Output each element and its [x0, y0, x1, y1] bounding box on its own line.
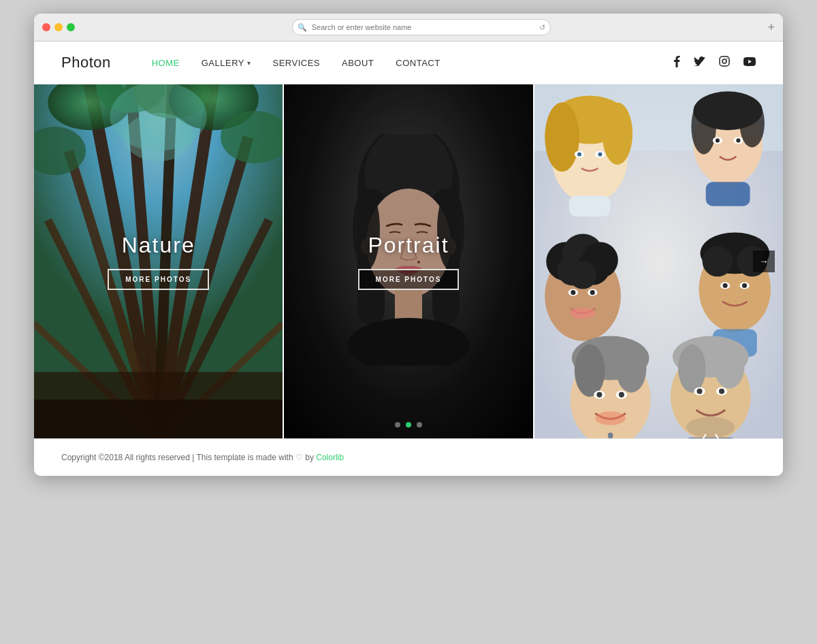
people-next-button[interactable]: →	[753, 251, 775, 272]
refresh-icon[interactable]: ↺	[539, 23, 545, 32]
portrait-more-photos-button[interactable]: MORE PHOTOS	[358, 269, 460, 290]
new-tab-button[interactable]: +	[767, 21, 775, 33]
svg-point-40	[545, 103, 579, 172]
svg-point-75	[742, 283, 747, 288]
svg-point-67	[570, 308, 595, 319]
svg-point-91	[686, 417, 735, 437]
svg-point-94	[696, 389, 702, 394]
svg-point-80	[615, 344, 646, 393]
search-icon: 🔍	[298, 23, 307, 32]
svg-point-45	[598, 152, 602, 157]
site-footer: Copyright ©2018 All rights reserved | Th…	[34, 438, 783, 476]
nature-more-photos-button[interactable]: MORE PHOTOS	[108, 269, 209, 290]
svg-point-84	[618, 392, 624, 398]
minimize-button[interactable]	[54, 23, 63, 31]
arrow-right-icon: →	[759, 256, 769, 267]
svg-rect-0	[720, 57, 729, 66]
chevron-down-icon: ▾	[247, 59, 251, 67]
site-header: Photon HOME GALLERY ▾ SERVICES ABOUT CON…	[34, 42, 783, 84]
browser-chrome: 🔍 ↺ +	[34, 14, 783, 42]
browser-traffic-lights	[42, 23, 75, 31]
instagram-icon[interactable]	[719, 56, 730, 69]
portrait-overlay: Portrait MORE PHOTOS	[284, 84, 532, 438]
svg-point-41	[602, 103, 632, 165]
twitter-icon[interactable]	[694, 57, 705, 69]
carousel-dots	[284, 422, 532, 428]
svg-point-50	[739, 99, 765, 148]
gallery-panel-portrait[interactable]: Portrait MORE PHOTOS	[283, 84, 532, 438]
svg-point-79	[575, 344, 605, 397]
svg-point-62	[568, 261, 596, 289]
youtube-icon[interactable]	[743, 57, 756, 69]
nav-contact[interactable]: CONTACT	[396, 58, 440, 68]
footer-copyright-text: Copyright ©2018 All rights reserved | Th…	[61, 453, 293, 462]
site-nav: HOME GALLERY ▾ SERVICES ABOUT CONTACT	[152, 58, 674, 68]
svg-point-83	[596, 392, 602, 398]
browser-window: 🔍 ↺ + Photon HOME GALLERY ▾ SERVICES ABO…	[34, 14, 783, 476]
svg-point-74	[722, 283, 727, 288]
svg-point-95	[719, 389, 724, 394]
nav-about[interactable]: ABOUT	[342, 58, 374, 68]
site-logo: Photon	[61, 54, 111, 71]
address-input[interactable]	[292, 19, 551, 35]
portrait-title: Portrait	[368, 233, 449, 258]
maximize-button[interactable]	[67, 23, 75, 31]
svg-point-54	[736, 138, 740, 142]
nature-overlay: Nature MORE PHOTOS	[34, 84, 283, 438]
social-icons	[674, 56, 756, 70]
svg-rect-46	[568, 196, 610, 216]
nav-gallery[interactable]: GALLERY ▾	[202, 58, 251, 68]
colorlib-link[interactable]: Colorlib	[316, 453, 344, 462]
svg-point-65	[571, 290, 575, 295]
svg-point-66	[590, 290, 594, 295]
svg-point-44	[577, 152, 581, 157]
svg-point-2	[726, 58, 728, 59]
svg-point-85	[595, 411, 626, 425]
svg-rect-96	[685, 438, 736, 438]
svg-point-70	[702, 246, 733, 277]
carousel-dot-1[interactable]	[395, 422, 400, 428]
svg-point-90	[714, 344, 745, 389]
facebook-icon[interactable]	[674, 56, 680, 70]
heart-icon: ♡	[295, 453, 303, 462]
nav-services[interactable]: SERVICES	[272, 58, 320, 68]
svg-point-49	[691, 99, 716, 155]
gallery-panel-people[interactable]: →	[533, 84, 783, 438]
close-button[interactable]	[42, 23, 50, 31]
site-wrapper: Photon HOME GALLERY ▾ SERVICES ABOUT CON…	[34, 42, 783, 476]
svg-point-1	[722, 59, 726, 63]
gallery-grid: Nature MORE PHOTOS	[34, 84, 783, 438]
svg-rect-55	[705, 182, 750, 206]
footer-by-text: by	[305, 453, 314, 462]
nav-home[interactable]: HOME	[152, 58, 180, 68]
svg-point-89	[678, 344, 706, 393]
carousel-dot-2[interactable]	[406, 422, 411, 428]
address-bar: 🔍 ↺	[82, 19, 760, 35]
carousel-dot-3[interactable]	[417, 422, 422, 428]
people-background	[534, 84, 783, 438]
nature-title: Nature	[122, 233, 195, 258]
svg-point-53	[716, 138, 720, 142]
gallery-panel-nature[interactable]: Nature MORE PHOTOS	[34, 84, 283, 438]
